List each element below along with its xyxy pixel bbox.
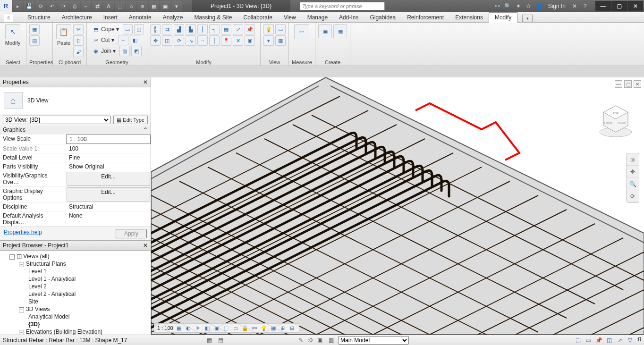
geom-tool-1[interactable]: ▭ <box>123 24 133 34</box>
delete-button[interactable]: ✕ <box>233 35 243 46</box>
create-similar-button[interactable]: ▣ <box>318 24 332 38</box>
system-tab-icon[interactable]: s <box>4 14 13 22</box>
tree-node[interactable]: −Elevations (Building Elevation) <box>3 328 148 335</box>
pin-button[interactable]: 📌 <box>245 24 255 34</box>
expand-icon[interactable]: − <box>9 254 15 260</box>
drawing-area[interactable] <box>151 77 644 335</box>
qat-close-hidden-icon[interactable]: ▦ <box>149 1 159 11</box>
tree-node[interactable]: Analytical Model <box>3 313 148 320</box>
ribbon-panel-toggle-icon[interactable]: ▾ <box>522 15 533 22</box>
property-value[interactable]: Edit... <box>67 187 150 202</box>
app-menu-button[interactable]: R <box>0 0 12 12</box>
collapse-icon[interactable]: ⌃ <box>143 126 148 133</box>
exchange-icon[interactable]: ✕ <box>570 2 579 10</box>
tree-node[interactable]: −◫ Views (all) <box>3 252 148 260</box>
filter-icon[interactable]: ▽ <box>626 336 635 345</box>
align-button[interactable]: ╠ <box>150 24 161 34</box>
analytical-icon[interactable]: ⊞ <box>279 324 287 332</box>
maximize-button[interactable]: ▢ <box>611 1 627 11</box>
tree-node[interactable]: {3D} <box>3 320 148 328</box>
view-tool-2[interactable]: ▭ <box>275 24 286 34</box>
view-tool-3[interactable]: ▾ <box>263 35 274 46</box>
tab-annotate[interactable]: Annotate <box>123 13 157 22</box>
type-selector[interactable]: ⌂ 3D View <box>0 87 151 114</box>
search-input[interactable]: Type a keyword or phrase <box>300 2 385 10</box>
property-row[interactable]: Default Analysis Displa…None <box>0 211 151 227</box>
expand-icon[interactable]: − <box>19 262 24 267</box>
cope-button[interactable]: ⬒Cope ▾ <box>90 24 121 34</box>
geom-tool-3[interactable]: ↔ <box>118 35 128 45</box>
editable-only-icon[interactable]: ✎ <box>297 336 305 345</box>
qat-save-icon[interactable]: 💾 <box>24 1 34 11</box>
paste-button[interactable]: 📋 Paste <box>56 24 72 46</box>
property-value[interactable]: Show Original <box>66 162 151 171</box>
tree-node[interactable]: Level 2 - Analytical <box>3 290 148 298</box>
tab-addins[interactable]: Add-Ins <box>333 13 364 22</box>
property-row[interactable]: Graphic Display OptionsEdit... <box>0 186 151 202</box>
qat-dropdown-icon[interactable]: ▾ <box>171 1 182 11</box>
tree-node[interactable]: Site <box>3 298 148 305</box>
sign-in-button[interactable]: Sign In <box>545 3 568 9</box>
help-icon[interactable]: ? <box>581 2 589 10</box>
tab-extensions[interactable]: Extensions <box>449 13 489 22</box>
view-tool-1[interactable]: 💡 <box>263 24 274 34</box>
minimize-button[interactable]: — <box>595 1 611 11</box>
tab-modify[interactable]: Modify <box>489 12 517 23</box>
visual-style-icon[interactable]: ◐ <box>185 324 192 332</box>
expand-icon[interactable]: − <box>19 330 24 335</box>
property-row[interactable]: Scale Value 1:100 <box>0 144 151 153</box>
worksharing-display-icon[interactable]: ▦ <box>270 324 277 332</box>
geom-tool-6[interactable]: ◩ <box>131 46 142 56</box>
trim-ext-button[interactable]: ↘ <box>186 35 196 46</box>
cut-clipboard-button[interactable]: ✂ <box>73 24 84 34</box>
browser-close-icon[interactable]: ✕ <box>143 242 148 249</box>
orbit-icon[interactable]: ⟳ <box>627 190 639 202</box>
extend-button[interactable]: → <box>197 35 208 46</box>
qat-print-icon[interactable]: ⎙ <box>69 1 80 11</box>
lock-3d-icon[interactable]: 🔒 <box>241 324 249 332</box>
steering-wheel-icon[interactable]: ◎ <box>627 153 639 166</box>
active-workset-icon[interactable]: ▣ <box>315 336 324 345</box>
copy-button[interactable]: ◫ <box>162 35 172 46</box>
navigation-bar[interactable]: ◎ ✥ 🔍 ⟳ <box>626 153 639 203</box>
qat-undo-icon[interactable]: ↶ <box>47 1 57 11</box>
qat-3d-icon[interactable]: ⬚ <box>115 1 125 11</box>
tab-analyze[interactable]: Analyze <box>157 13 189 22</box>
rotate-button[interactable]: ⟳ <box>174 35 184 46</box>
property-row[interactable]: Detail LevelFine <box>0 153 151 162</box>
property-row[interactable]: View Scale1 : 100 <box>0 134 151 144</box>
view-max-icon[interactable]: ▢ <box>624 80 632 88</box>
unpin-button[interactable]: 📍 <box>221 35 231 46</box>
key-icon[interactable]: ✦ <box>514 2 523 10</box>
crop-icon[interactable]: ⬚ <box>222 324 230 332</box>
sun-path-icon[interactable]: ☀ <box>194 324 202 332</box>
copy-clipboard-button[interactable]: ▯ <box>73 35 84 46</box>
shadows-icon[interactable]: ◧ <box>203 324 211 332</box>
drag-elements-icon[interactable]: ↗ <box>616 336 624 345</box>
view-tool-4[interactable]: ▦ <box>275 35 286 46</box>
close-button[interactable]: ✕ <box>627 1 643 11</box>
tab-architecture[interactable]: Architecture <box>56 13 98 22</box>
select-underlay-icon[interactable]: ▭ <box>585 336 593 345</box>
property-row[interactable]: Visibility/Graphics Ove…Edit... <box>0 171 151 186</box>
tree-node[interactable]: Level 1 - Analytical <box>3 275 148 283</box>
property-value[interactable]: Edit... <box>67 172 150 186</box>
qat-sync-icon[interactable]: ⟳ <box>35 1 46 11</box>
geom-tool-5[interactable]: ▨ <box>119 46 130 56</box>
rendering-icon[interactable]: ▣ <box>213 324 220 332</box>
user-icon[interactable]: 👤 <box>535 2 543 10</box>
pan-icon[interactable]: ✥ <box>627 166 639 178</box>
geom-tool-4[interactable]: ◧ <box>130 35 140 45</box>
split-button[interactable]: ⎮ <box>197 24 208 34</box>
qat-open-icon[interactable]: ▸ <box>13 1 23 11</box>
type-properties-button[interactable]: ▤ <box>29 35 40 46</box>
matchtype-button[interactable]: 🖌 <box>73 47 84 57</box>
select-face-icon[interactable]: ◫ <box>605 336 614 345</box>
property-row[interactable]: DisciplineStructural <box>0 202 151 211</box>
apply-button[interactable]: Apply <box>116 229 147 238</box>
properties-button[interactable]: ▦ <box>29 24 40 34</box>
tab-gigabidea[interactable]: Gigabidea <box>364 13 401 22</box>
zoom-icon[interactable]: 🔍 <box>627 178 639 190</box>
qat-section-icon[interactable]: ⌂ <box>126 1 136 11</box>
tab-insert[interactable]: Insert <box>98 13 123 22</box>
